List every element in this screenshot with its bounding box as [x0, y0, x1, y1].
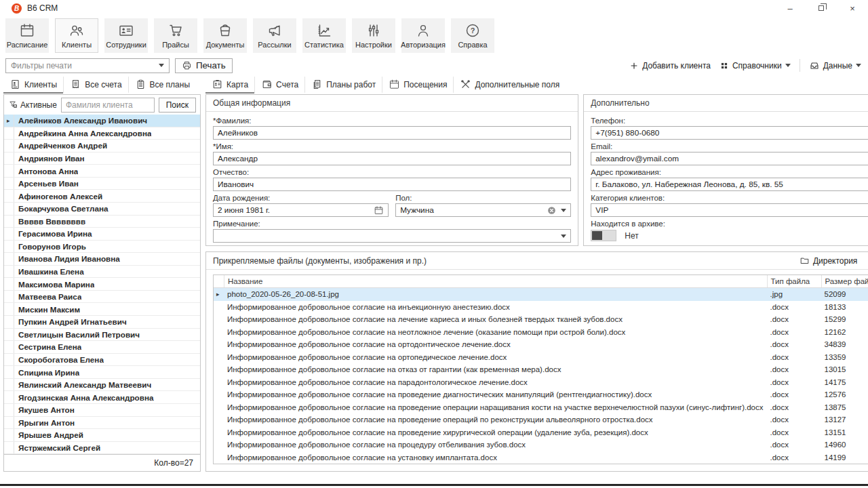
client-row[interactable]: Ястржемский Сергей — [4, 442, 200, 454]
file-row[interactable]: Информированное добровольное согласие на… — [214, 301, 868, 314]
file-row[interactable]: Информированное добровольное согласие на… — [214, 388, 868, 401]
toolbar-button[interactable]: Сотрудники — [104, 18, 148, 53]
toolbar-button[interactable]: Настройки — [352, 18, 395, 53]
client-row[interactable]: Матвеева Раиса — [4, 291, 200, 304]
client-row[interactable]: Пупкин Андрей Игнатьевич — [4, 316, 200, 329]
toolbar-button[interactable]: Авторизация — [401, 18, 445, 53]
detail-tab[interactable]: Посещения — [382, 77, 453, 94]
client-row[interactable]: Афиногенов Алексей — [4, 190, 200, 203]
print-button[interactable]: Печать — [175, 58, 233, 73]
datepicker-calendar-icon[interactable] — [374, 205, 384, 216]
toolbar-button[interactable]: Статистика — [302, 18, 346, 53]
file-row[interactable]: Информированное добровольное согласие на… — [214, 313, 868, 326]
firstname-field — [213, 152, 571, 165]
firstname-input[interactable] — [218, 152, 566, 165]
toolbar-icon — [167, 22, 184, 39]
client-row[interactable]: Герасимова Ирина — [4, 228, 200, 241]
column-header-size[interactable]: Размер файла — [821, 275, 868, 287]
phone-input[interactable] — [595, 127, 868, 139]
print-filter-combobox[interactable]: Фильтры печати — [5, 58, 170, 73]
file-row[interactable]: Информированное добровольное согласие на… — [214, 338, 868, 351]
client-row[interactable]: Сестрина Елена — [4, 341, 200, 354]
toolbar-button[interactable]: Рассылки — [253, 18, 296, 53]
toolbar-icon — [68, 22, 85, 39]
chevron-down-icon[interactable] — [561, 209, 566, 212]
client-row[interactable]: Ивашкина Елена — [4, 266, 200, 279]
file-row[interactable]: Информированное добровольное согласие на… — [214, 376, 868, 389]
column-header-type[interactable]: Тип файла — [767, 275, 821, 287]
client-row[interactable]: Иванова Лидия Ивановна — [4, 253, 200, 266]
file-row[interactable]: Информированное добровольное согласие на… — [214, 401, 868, 414]
toolbar-button[interactable]: Справка — [451, 18, 494, 53]
toolbar-button[interactable]: Расписание — [5, 18, 49, 53]
archive-toggle[interactable] — [591, 230, 616, 241]
active-filter-button[interactable]: Активные — [8, 100, 57, 110]
client-row[interactable]: Говорунов Игорь — [4, 241, 200, 253]
client-row[interactable]: Спицина Ирина — [4, 366, 200, 379]
file-name: Информированное добровольное согласие на… — [224, 353, 767, 361]
client-row[interactable]: Скоробогатова Елена — [4, 354, 200, 367]
client-name: Андриянов Иван — [14, 154, 85, 163]
file-row[interactable]: photo_2020-05-26_20-08-51.jpg .jpg 52099… — [214, 288, 868, 301]
left-panel-tab[interactable]: Клиенты — [3, 77, 63, 94]
close-button[interactable]: × — [837, 0, 868, 16]
client-row[interactable]: Антонова Анна — [4, 165, 200, 178]
client-row[interactable]: Арсеньев Иван — [4, 178, 200, 190]
file-row[interactable]: Информированное добровольное согласие на… — [214, 439, 868, 451]
detail-tab[interactable]: Дополнительные поля — [453, 77, 566, 94]
detail-tab[interactable]: Карта — [205, 77, 254, 94]
file-name: Информированное добровольное согласие на… — [224, 303, 767, 311]
lastname-input[interactable] — [218, 127, 566, 139]
toolbar-button[interactable]: Клиенты — [55, 18, 98, 53]
directory-button[interactable]: Директория — [800, 256, 857, 266]
add-client-button[interactable]: Добавить клиента — [629, 61, 711, 70]
left-panel-tab[interactable]: Все счета — [63, 77, 127, 94]
file-row[interactable]: Информированное добровольное согласие на… — [214, 413, 868, 426]
client-row[interactable]: Бокарчукова Светлана — [4, 203, 200, 216]
middlename-input[interactable] — [218, 178, 566, 190]
file-row[interactable]: Информированное добровольное согласие на… — [214, 363, 868, 376]
column-header-name[interactable]: Название — [224, 275, 767, 287]
file-row[interactable]: Информированное добровольное согласие на… — [214, 426, 868, 439]
clear-icon[interactable] — [547, 205, 557, 216]
detail-tab[interactable]: Планы работ — [304, 77, 382, 94]
client-row[interactable]: Якушев Антон — [4, 404, 200, 417]
client-list-panel: Активные Поиск Алейников Александр Ивано… — [3, 94, 201, 472]
client-row[interactable]: Явлинский Александр Матвеевич — [4, 379, 200, 392]
client-row[interactable]: Мискин Максим — [4, 303, 200, 316]
chevron-down-icon[interactable] — [561, 235, 566, 238]
search-button[interactable]: Поиск — [159, 98, 196, 113]
restore-button[interactable] — [806, 0, 837, 16]
additional-info-title: Дополнительно — [584, 95, 868, 112]
client-row[interactable]: Андрейченков Андрей — [4, 140, 200, 152]
client-row[interactable]: Ягодзинская Анна Александровна — [4, 391, 200, 404]
client-row[interactable]: Андриянов Иван — [4, 152, 200, 165]
lastname-field — [213, 126, 571, 140]
client-row[interactable]: Светлицын Василий Петрович — [4, 329, 200, 342]
address-combobox[interactable]: г. Балаково, ул. Набережная Леонова, д. … — [591, 178, 868, 191]
file-size: 34839 — [821, 340, 868, 348]
file-row[interactable]: Информированное добровольное согласие на… — [214, 326, 868, 339]
client-row[interactable]: Максимова Марина — [4, 278, 200, 291]
client-row[interactable]: Ярышев Андрей — [4, 429, 200, 442]
birthdate-input[interactable] — [218, 204, 370, 216]
detail-tab[interactable]: Счета — [254, 77, 304, 94]
gender-combobox[interactable]: Мужчина — [395, 203, 571, 217]
file-row[interactable]: Информированное добровольное согласие на… — [214, 351, 868, 364]
email-input[interactable] — [595, 152, 868, 165]
directories-dropdown-button[interactable]: Справочники — [719, 61, 791, 70]
client-row[interactable]: Ввввв Вввввввв — [4, 216, 200, 228]
left-panel-tab[interactable]: Все планы — [128, 77, 196, 94]
toolbar-button[interactable]: Документы — [203, 18, 247, 53]
client-row[interactable]: Алейников Александр Иванович — [4, 115, 200, 127]
client-search-input[interactable] — [61, 98, 155, 113]
toolbar-button[interactable]: Прайсы — [154, 18, 197, 53]
note-combobox[interactable] — [213, 229, 571, 243]
minimize-button[interactable]: – — [774, 0, 806, 16]
file-row[interactable]: Информированное добровольное согласие на… — [214, 451, 868, 464]
client-count-footer: Кол-во=27 — [4, 454, 200, 471]
data-dropdown-button[interactable]: Данные — [809, 60, 861, 71]
category-combobox[interactable]: VIP — [591, 203, 868, 217]
client-row[interactable]: Ярыгин Антон — [4, 417, 200, 430]
client-row[interactable]: Андрейкина Анна Александровна — [4, 127, 200, 140]
